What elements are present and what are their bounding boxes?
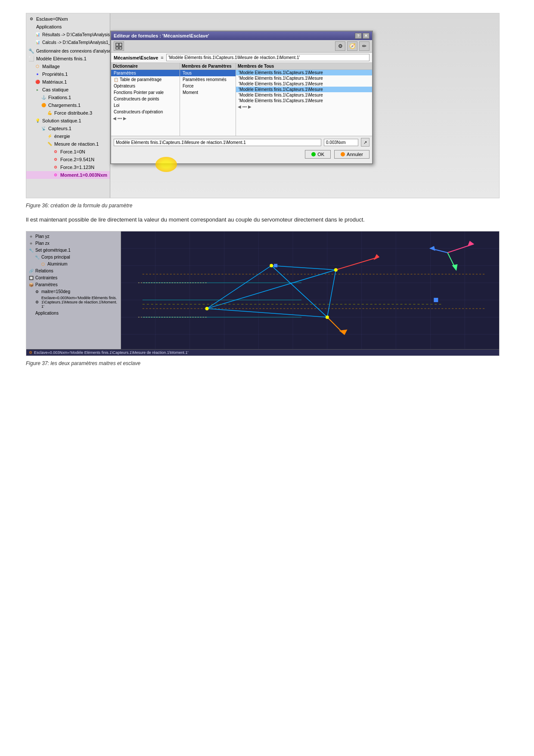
esclave-param-icon: ⚙ xyxy=(34,299,40,305)
dialog-close-btn[interactable]: ✕ xyxy=(363,33,369,39)
f2-item-alu[interactable]: ⬡ Aluminium xyxy=(26,261,121,268)
tree-item-moment[interactable]: ⚙ Moment.1=0.003Nxm xyxy=(26,171,110,179)
tree-label-apps: Applications xyxy=(36,24,62,29)
formula-value: 'Modèle Eléments finis.1\Capteurs.1\Mesu… xyxy=(168,55,300,60)
force2-icon: ⚙ xyxy=(52,156,59,163)
all-item-4[interactable]: 'Modèle Eléments finis.1\Capteurs.1\Mesu… xyxy=(236,92,372,98)
dialog-body: Dictionnaire Paramètres 📋Table de paramé… xyxy=(111,63,372,136)
dict-item-fonctions[interactable]: Fonctions Pointer par vale xyxy=(111,89,180,96)
tree-item-force-dist[interactable]: 💪 Force distribuée.3 xyxy=(26,109,110,117)
f2-label-alu: Aluminium xyxy=(47,262,68,266)
tree-item-calculs[interactable]: 📊 Calculs -> D:\CatiaTemp\Analysis1_1.CA… xyxy=(26,38,110,46)
f2-item-contraintes[interactable]: 🔲 Contraintes xyxy=(26,275,121,281)
tree-item-prop[interactable]: ● Propriétés.1 xyxy=(26,70,110,78)
f2-item-apps[interactable]: Applications xyxy=(26,310,121,317)
f2-item-maitre[interactable]: ⚙ maitre=150deg xyxy=(26,288,121,295)
mesure-icon: 📏 xyxy=(46,141,53,147)
sol-icon: 💡 xyxy=(34,117,41,124)
formula-bottom-field[interactable]: Modèle Eléments finis.1\Capteurs.1\Mesur… xyxy=(114,139,321,146)
dict-item-constructeurs-op[interactable]: Constructeurs d'opération xyxy=(111,109,180,115)
tree-item-force2[interactable]: ⚙ Force.2=9.541N xyxy=(26,156,110,163)
dict-scrollbar[interactable]: ◀ ▪▪▪ ▶ xyxy=(111,115,180,122)
cancel-button[interactable]: Annuler xyxy=(334,150,369,159)
all-item-3[interactable]: 'Modèle Eléments finis.1\Capteurs.1\Mesu… xyxy=(236,87,372,92)
tree-item-mat[interactable]: 🔴 Matériaux.1 xyxy=(26,78,110,86)
f2-item-esclave-param[interactable]: ⚙ Esclave=0.003Nxm='Modèle Eléments fini… xyxy=(26,295,121,309)
tree-item-cas[interactable]: ▸ Cas statique xyxy=(26,86,110,94)
tree-item-sol[interactable]: 💡 Solution statique.1 xyxy=(26,117,110,125)
f2-item-planzx[interactable]: ◈ Plan zx xyxy=(26,240,121,247)
toolbar-edit-icon[interactable]: ✏ xyxy=(359,41,369,51)
f2-item-set[interactable]: 🔧 Set géométrique.1 xyxy=(26,247,121,254)
tree-label-esclave: Esclave=0Nxm xyxy=(36,16,68,22)
all-item-2[interactable]: 'Modèle Eléments finis.1\Capteurs.1\Mesu… xyxy=(236,81,372,87)
tree-item-modele[interactable]: ⬜ Modèle Eléments finis.1 xyxy=(26,55,110,62)
cancel-dot xyxy=(341,152,345,156)
tree-label-sol: Solution statique.1 xyxy=(42,118,81,123)
toolbar-compass-icon[interactable]: 🧭 xyxy=(347,41,357,51)
svg-point-34 xyxy=(326,315,329,319)
members-item-tous[interactable]: Tous xyxy=(180,70,236,76)
tree-label-force-dist: Force distribuée.3 xyxy=(54,110,92,116)
f2-item-params[interactable]: 📦 Paramètres xyxy=(26,281,121,288)
tree-item-mesure[interactable]: 📏 Mesure de réaction.1 xyxy=(26,140,110,148)
moment-icon: ⚙ xyxy=(52,172,59,178)
dict-item-constructeurs-pts[interactable]: Constructeurs de points xyxy=(111,96,180,102)
dialog-help-btn[interactable]: ? xyxy=(355,33,362,39)
svg-rect-3 xyxy=(119,47,122,49)
tree-label-energie: énergie xyxy=(54,134,70,139)
tree-item-energie[interactable]: ⚡ énergie xyxy=(26,132,110,140)
all-item-0[interactable]: 'Modèle Eléments finis.1\Capteurs.1\Mesu… xyxy=(236,70,372,75)
dict-item-table[interactable]: 📋Table de paramétrage xyxy=(111,76,180,83)
app-icon xyxy=(28,23,35,30)
tree-label-moment: Moment.1=0.003Nxm xyxy=(60,172,107,178)
body-text: Il est maintenant possible de lire direc… xyxy=(26,216,508,224)
members-item-force[interactable]: Force xyxy=(180,83,236,89)
f2-label-esclave-param: Esclave=0.003Nxm='Modèle Eléments finis.… xyxy=(41,296,119,309)
toolbar-icon1[interactable] xyxy=(114,41,124,51)
value-expand-btn[interactable]: ↗ xyxy=(361,138,369,147)
dict-item-params[interactable]: Paramètres xyxy=(111,70,180,76)
f2-item-planyz[interactable]: ◈ Plan yz xyxy=(26,233,121,240)
all-item-1[interactable]: 'Modèle Eléments finis.1\Capteurs.1\Mesu… xyxy=(236,75,372,81)
tree-label-modele: Modèle Eléments finis.1 xyxy=(36,56,87,61)
formula-input[interactable]: 'Modèle Eléments finis.1\Capteurs.1\Mesu… xyxy=(166,54,369,61)
f2-item-relations[interactable]: 🔗 Relations xyxy=(26,268,121,275)
contraintes-icon: 🔲 xyxy=(28,275,34,281)
tree-item-force1[interactable]: ⚙ Force.1=0N xyxy=(26,148,110,156)
formula-bottom-row: Modèle Eléments finis.1\Capteurs.1\Mesur… xyxy=(111,136,372,148)
tree-label-results: Résultats -> D:\CatiaTemp\Analysis1_2.CA… xyxy=(42,32,110,37)
ok-button[interactable]: OK xyxy=(305,150,331,159)
tree-item-applications[interactable]: Applications xyxy=(26,23,110,31)
value-field[interactable]: 0.003Nxm xyxy=(324,139,358,146)
corps-icon: 🔧 xyxy=(34,254,40,260)
tree-label-force1: Force.1=0N xyxy=(60,149,85,154)
all-members-scrollbar[interactable]: ◀ ▪▪▪ ▶ xyxy=(236,103,372,110)
tree-item-esclave[interactable]: ⚙ Esclave=0Nxm xyxy=(26,15,110,23)
dict-item-ops[interactable]: Opérateurs xyxy=(111,83,180,89)
mat-icon: 🔴 xyxy=(34,78,41,85)
all-item-5[interactable]: 'Modèle Eléments finis.1\Capteurs.1\Mesu… xyxy=(236,98,372,103)
f2-label-params: Paramètres xyxy=(35,282,58,287)
tree-item-capteurs[interactable]: 📡 Capteurs.1 xyxy=(26,125,110,132)
svg-rect-1 xyxy=(119,43,122,46)
members-item-renommes[interactable]: Paramètres renommés xyxy=(180,76,236,83)
tree-label-maillage: Maillage xyxy=(42,64,60,69)
dict-item-loi[interactable]: Loi xyxy=(111,102,180,109)
f2-item-corps[interactable]: 🔧 Corps principal xyxy=(26,254,121,261)
tree-item-force3[interactable]: ⚙ Force.3=1.123N xyxy=(26,163,110,171)
toolbar-settings-icon[interactable]: ⚙ xyxy=(335,41,345,51)
tree-item-gestionnaire[interactable]: 🔧 Gestionnaire des connexions d'analyse.… xyxy=(26,47,110,55)
toolbar-right: ⚙ 🧭 ✏ xyxy=(335,41,369,51)
tree-item-charge[interactable]: 🟠 Chargements.1 xyxy=(26,101,110,109)
svg-rect-36 xyxy=(434,297,438,302)
tree-item-fix[interactable]: ⚓ Fixations.1 xyxy=(26,94,110,101)
set-icon: 🔧 xyxy=(28,247,34,253)
esclave-bar-text: Esclave=0.003Nxm='Modèle Eléments finis.… xyxy=(34,350,188,355)
tree-item-maillage[interactable]: ⬡ Maillage xyxy=(26,62,110,70)
force-dist-icon: 💪 xyxy=(46,109,53,116)
members-item-moment[interactable]: Moment xyxy=(180,89,236,96)
tree-item-results[interactable]: 📊 Résultats -> D:\CatiaTemp\Analysis1_2.… xyxy=(26,31,110,38)
planzx-icon: ◈ xyxy=(28,241,34,247)
f2-label-set: Set géométrique.1 xyxy=(35,248,71,253)
